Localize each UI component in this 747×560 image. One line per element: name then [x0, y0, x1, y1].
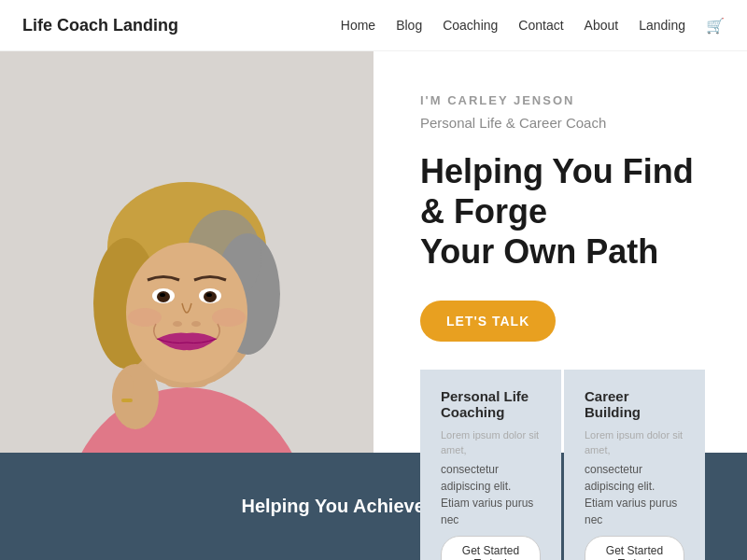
nav-blog[interactable]: Blog — [396, 18, 422, 33]
svg-point-21 — [119, 373, 134, 401]
hero-photo — [0, 51, 374, 453]
svg-point-23 — [128, 308, 162, 327]
svg-point-16 — [160, 293, 165, 297]
card-2-text: Lorem ipsum dolor sit amet, consectetur … — [585, 427, 684, 528]
card-1-text: Lorem ipsum dolor sit amet, consectetur … — [441, 427, 541, 528]
card-personal-life: Personal Life Coaching Lorem ipsum dolor… — [420, 370, 561, 560]
svg-point-15 — [204, 291, 217, 302]
hero-name: I'M CARLEY JENSON — [420, 93, 705, 107]
person-illustration — [0, 51, 374, 453]
svg-rect-22 — [121, 399, 133, 402]
lets-talk-button[interactable]: LET'S TALK — [420, 301, 556, 342]
card-2-title: Career Building — [585, 388, 684, 420]
hero-content: I'M CARLEY JENSON Personal Life & Career… — [374, 51, 747, 453]
svg-point-19 — [191, 321, 201, 327]
hero-section: I'M CARLEY JENSON Personal Life & Career… — [0, 51, 747, 453]
nav-landing[interactable]: Landing — [639, 18, 685, 33]
cards-row: Personal Life Coaching Lorem ipsum dolor… — [420, 370, 705, 560]
hero-headline: Helping You Find & Forge Your Own Path — [420, 151, 705, 273]
header: Life Coach Landing Home Blog Coaching Co… — [0, 0, 747, 51]
svg-point-24 — [212, 308, 246, 327]
nav-contact[interactable]: Contact — [518, 18, 563, 33]
site-logo: Life Coach Landing — [22, 16, 178, 35]
svg-point-14 — [157, 291, 170, 302]
svg-point-17 — [206, 293, 212, 297]
svg-point-20 — [112, 364, 159, 429]
svg-point-18 — [173, 321, 182, 327]
hero-role: Personal Life & Career Coach — [420, 115, 705, 131]
card-1-title: Personal Life Coaching — [441, 388, 541, 420]
nav-home[interactable]: Home — [341, 18, 375, 33]
nav-coaching[interactable]: Coaching — [443, 18, 498, 33]
card-career-building: Career Building Lorem ipsum dolor sit am… — [564, 370, 705, 560]
card-2-button[interactable]: Get Started Today! — [585, 536, 684, 560]
cart-icon[interactable]: 🛒 — [706, 17, 725, 35]
nav-about[interactable]: About — [585, 18, 619, 33]
photo-background — [0, 51, 374, 453]
main-nav: Home Blog Coaching Contact About Landing… — [341, 17, 725, 35]
card-1-button[interactable]: Get Started Today! — [441, 536, 541, 560]
